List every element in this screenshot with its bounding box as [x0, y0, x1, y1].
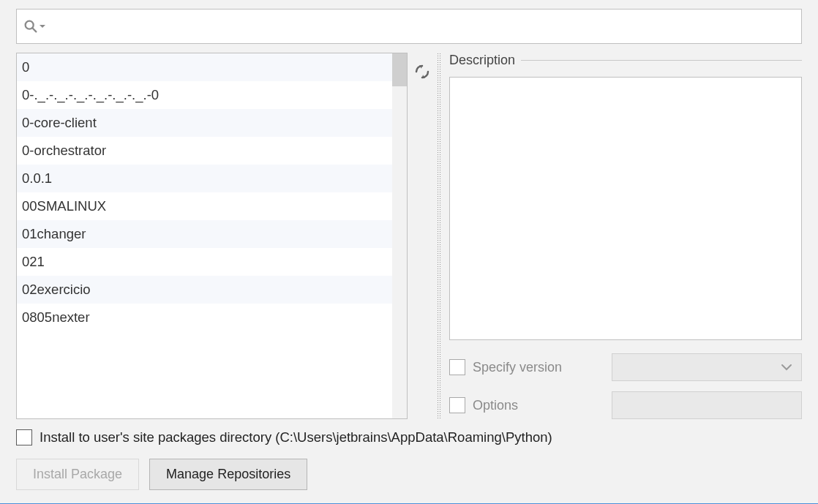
- dropdown-arrow-icon: [39, 23, 46, 30]
- description-textarea: [449, 77, 802, 340]
- specify-version-label: Specify version: [473, 360, 612, 375]
- description-label: Description: [449, 53, 515, 68]
- package-item[interactable]: 01changer: [17, 220, 392, 248]
- package-item[interactable]: 0805nexter: [17, 304, 392, 331]
- package-item[interactable]: 0: [17, 53, 392, 81]
- manage-repositories-button[interactable]: Manage Repositories: [149, 459, 307, 490]
- package-item[interactable]: 0-orchestrator: [17, 137, 392, 165]
- package-item[interactable]: 0-core-client: [17, 109, 392, 137]
- search-icon: [23, 18, 46, 34]
- options-label: Options: [473, 398, 612, 413]
- refresh-button[interactable]: [412, 61, 432, 82]
- svg-line-1: [32, 28, 36, 31]
- package-item[interactable]: 021: [17, 248, 392, 276]
- package-item[interactable]: 02exercicio: [17, 276, 392, 304]
- package-item[interactable]: 0.0.1: [17, 165, 392, 192]
- install-user-site-label: Install to user's site packages director…: [40, 429, 552, 445]
- chevron-down-icon: [781, 364, 792, 371]
- divider-line: [521, 60, 802, 61]
- install-user-site-checkbox[interactable]: [16, 429, 32, 445]
- version-select[interactable]: [612, 353, 802, 381]
- options-input[interactable]: [612, 391, 802, 419]
- scrollbar-thumb[interactable]: [392, 53, 407, 86]
- package-list[interactable]: 0 0-._.-._.-._.-._.-._.-._.-0 0-core-cli…: [17, 53, 392, 418]
- install-package-button[interactable]: Install Package: [16, 459, 139, 490]
- scrollbar[interactable]: [392, 53, 407, 418]
- specify-version-checkbox[interactable]: [449, 359, 465, 375]
- package-item[interactable]: 0-._.-._.-._.-._.-._.-._.-0: [17, 81, 392, 109]
- options-checkbox[interactable]: [449, 397, 465, 413]
- splitter[interactable]: [437, 53, 442, 419]
- search-box[interactable]: [16, 9, 802, 44]
- search-input[interactable]: [50, 10, 795, 43]
- refresh-icon: [413, 63, 431, 80]
- package-item[interactable]: 00SMALINUX: [17, 192, 392, 220]
